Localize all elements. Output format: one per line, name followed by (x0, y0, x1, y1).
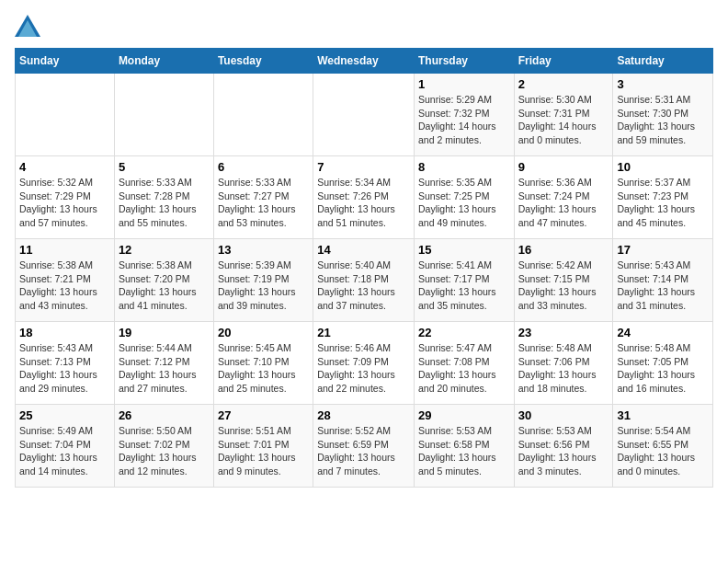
calendar-cell: 22Sunrise: 5:47 AM Sunset: 7:08 PM Dayli… (414, 322, 514, 405)
calendar-cell: 4Sunrise: 5:32 AM Sunset: 7:29 PM Daylig… (16, 156, 115, 239)
day-number: 10 (617, 160, 709, 174)
calendar-cell (114, 74, 213, 156)
calendar-cell: 1Sunrise: 5:29 AM Sunset: 7:32 PM Daylig… (414, 74, 514, 156)
calendar-cell: 2Sunrise: 5:30 AM Sunset: 7:31 PM Daylig… (514, 74, 613, 156)
day-info: Sunrise: 5:41 AM Sunset: 7:17 PM Dayligh… (418, 259, 510, 313)
day-number: 4 (19, 160, 110, 174)
calendar-cell: 31Sunrise: 5:54 AM Sunset: 6:55 PM Dayli… (613, 405, 713, 488)
day-number: 2 (518, 77, 609, 91)
day-info: Sunrise: 5:36 AM Sunset: 7:24 PM Dayligh… (518, 176, 609, 230)
day-number: 19 (119, 326, 210, 339)
header-day-friday: Friday (514, 49, 613, 74)
day-number: 13 (218, 243, 309, 257)
day-info: Sunrise: 5:48 AM Sunset: 7:05 PM Dayligh… (617, 341, 709, 396)
week-row-4: 25Sunrise: 5:49 AM Sunset: 7:04 PM Dayli… (16, 405, 713, 488)
day-info: Sunrise: 5:45 AM Sunset: 7:10 PM Dayligh… (218, 341, 309, 396)
day-number: 12 (119, 243, 210, 257)
calendar-cell: 26Sunrise: 5:50 AM Sunset: 7:02 PM Dayli… (114, 405, 213, 488)
calendar-cell: 6Sunrise: 5:33 AM Sunset: 7:27 PM Daylig… (213, 156, 313, 239)
day-info: Sunrise: 5:29 AM Sunset: 7:32 PM Dayligh… (418, 93, 510, 147)
day-number: 20 (218, 326, 309, 339)
day-number: 24 (617, 326, 709, 339)
calendar-cell: 25Sunrise: 5:49 AM Sunset: 7:04 PM Dayli… (16, 405, 115, 488)
calendar-body: 1Sunrise: 5:29 AM Sunset: 7:32 PM Daylig… (16, 74, 713, 488)
day-info: Sunrise: 5:33 AM Sunset: 7:27 PM Dayligh… (218, 176, 309, 230)
day-number: 9 (518, 160, 609, 174)
day-number: 1 (418, 77, 510, 91)
calendar-cell: 11Sunrise: 5:38 AM Sunset: 7:21 PM Dayli… (16, 239, 115, 322)
day-number: 7 (317, 160, 410, 174)
calendar-cell: 3Sunrise: 5:31 AM Sunset: 7:30 PM Daylig… (613, 74, 713, 156)
day-number: 26 (119, 408, 210, 422)
calendar-cell: 19Sunrise: 5:44 AM Sunset: 7:12 PM Dayli… (114, 322, 213, 405)
header-day-thursday: Thursday (414, 49, 514, 74)
day-number: 8 (418, 160, 510, 174)
day-info: Sunrise: 5:53 AM Sunset: 6:56 PM Dayligh… (518, 424, 609, 478)
day-number: 27 (218, 408, 309, 422)
calendar-cell: 14Sunrise: 5:40 AM Sunset: 7:18 PM Dayli… (313, 239, 415, 322)
calendar-table: SundayMondayTuesdayWednesdayThursdayFrid… (15, 48, 713, 488)
calendar-cell: 28Sunrise: 5:52 AM Sunset: 6:59 PM Dayli… (313, 405, 415, 488)
calendar-cell: 12Sunrise: 5:38 AM Sunset: 7:20 PM Dayli… (114, 239, 213, 322)
day-info: Sunrise: 5:54 AM Sunset: 6:55 PM Dayligh… (617, 424, 709, 478)
calendar-cell: 17Sunrise: 5:43 AM Sunset: 7:14 PM Dayli… (613, 239, 713, 322)
day-number: 25 (19, 408, 110, 422)
day-info: Sunrise: 5:49 AM Sunset: 7:04 PM Dayligh… (19, 424, 110, 478)
day-number: 5 (119, 160, 210, 174)
day-number: 17 (617, 243, 709, 257)
day-info: Sunrise: 5:46 AM Sunset: 7:09 PM Dayligh… (317, 341, 410, 396)
day-info: Sunrise: 5:47 AM Sunset: 7:08 PM Dayligh… (418, 341, 510, 396)
calendar-cell: 24Sunrise: 5:48 AM Sunset: 7:05 PM Dayli… (613, 322, 713, 405)
day-number: 18 (19, 326, 110, 339)
day-info: Sunrise: 5:43 AM Sunset: 7:13 PM Dayligh… (19, 341, 110, 396)
day-info: Sunrise: 5:37 AM Sunset: 7:23 PM Dayligh… (617, 176, 709, 230)
day-number: 28 (317, 408, 410, 422)
day-info: Sunrise: 5:53 AM Sunset: 6:58 PM Dayligh… (418, 424, 510, 478)
day-info: Sunrise: 5:30 AM Sunset: 7:31 PM Dayligh… (518, 93, 609, 147)
header-row: SundayMondayTuesdayWednesdayThursdayFrid… (16, 49, 713, 74)
calendar-cell: 18Sunrise: 5:43 AM Sunset: 7:13 PM Dayli… (16, 322, 115, 405)
day-number: 14 (317, 243, 410, 257)
calendar-cell: 23Sunrise: 5:48 AM Sunset: 7:06 PM Dayli… (514, 322, 613, 405)
day-number: 21 (317, 326, 410, 339)
calendar-cell: 27Sunrise: 5:51 AM Sunset: 7:01 PM Dayli… (213, 405, 313, 488)
day-number: 3 (617, 77, 709, 91)
day-info: Sunrise: 5:44 AM Sunset: 7:12 PM Dayligh… (119, 341, 210, 396)
header-day-monday: Monday (114, 49, 213, 74)
calendar-cell (213, 74, 313, 156)
day-info: Sunrise: 5:32 AM Sunset: 7:29 PM Dayligh… (19, 176, 110, 230)
day-info: Sunrise: 5:52 AM Sunset: 6:59 PM Dayligh… (317, 424, 410, 478)
day-info: Sunrise: 5:48 AM Sunset: 7:06 PM Dayligh… (518, 341, 609, 396)
header-day-saturday: Saturday (613, 49, 713, 74)
calendar-cell: 21Sunrise: 5:46 AM Sunset: 7:09 PM Dayli… (313, 322, 415, 405)
calendar-cell: 9Sunrise: 5:36 AM Sunset: 7:24 PM Daylig… (514, 156, 613, 239)
calendar-cell: 30Sunrise: 5:53 AM Sunset: 6:56 PM Dayli… (514, 405, 613, 488)
day-number: 16 (518, 243, 609, 257)
day-info: Sunrise: 5:38 AM Sunset: 7:21 PM Dayligh… (19, 259, 110, 313)
day-info: Sunrise: 5:34 AM Sunset: 7:26 PM Dayligh… (317, 176, 410, 230)
day-info: Sunrise: 5:35 AM Sunset: 7:25 PM Dayligh… (418, 176, 510, 230)
week-row-0: 1Sunrise: 5:29 AM Sunset: 7:32 PM Daylig… (16, 74, 713, 156)
week-row-3: 18Sunrise: 5:43 AM Sunset: 7:13 PM Dayli… (16, 322, 713, 405)
day-info: Sunrise: 5:43 AM Sunset: 7:14 PM Dayligh… (617, 259, 709, 313)
day-info: Sunrise: 5:38 AM Sunset: 7:20 PM Dayligh… (119, 259, 210, 313)
day-info: Sunrise: 5:33 AM Sunset: 7:28 PM Dayligh… (119, 176, 210, 230)
calendar-cell: 16Sunrise: 5:42 AM Sunset: 7:15 PM Dayli… (514, 239, 613, 322)
week-row-1: 4Sunrise: 5:32 AM Sunset: 7:29 PM Daylig… (16, 156, 713, 239)
calendar-cell: 7Sunrise: 5:34 AM Sunset: 7:26 PM Daylig… (313, 156, 415, 239)
day-info: Sunrise: 5:51 AM Sunset: 7:01 PM Dayligh… (218, 424, 309, 478)
calendar-header: SundayMondayTuesdayWednesdayThursdayFrid… (16, 49, 713, 74)
logo (15, 15, 44, 37)
day-info: Sunrise: 5:42 AM Sunset: 7:15 PM Dayligh… (518, 259, 609, 313)
calendar-cell: 8Sunrise: 5:35 AM Sunset: 7:25 PM Daylig… (414, 156, 514, 239)
week-row-2: 11Sunrise: 5:38 AM Sunset: 7:21 PM Dayli… (16, 239, 713, 322)
header-day-sunday: Sunday (16, 49, 115, 74)
header-day-wednesday: Wednesday (313, 49, 415, 74)
day-number: 11 (19, 243, 110, 257)
day-number: 22 (418, 326, 510, 339)
day-number: 31 (617, 408, 709, 422)
page-header (15, 15, 713, 37)
logo-icon (15, 15, 40, 37)
calendar-cell (16, 74, 115, 156)
day-number: 30 (518, 408, 609, 422)
